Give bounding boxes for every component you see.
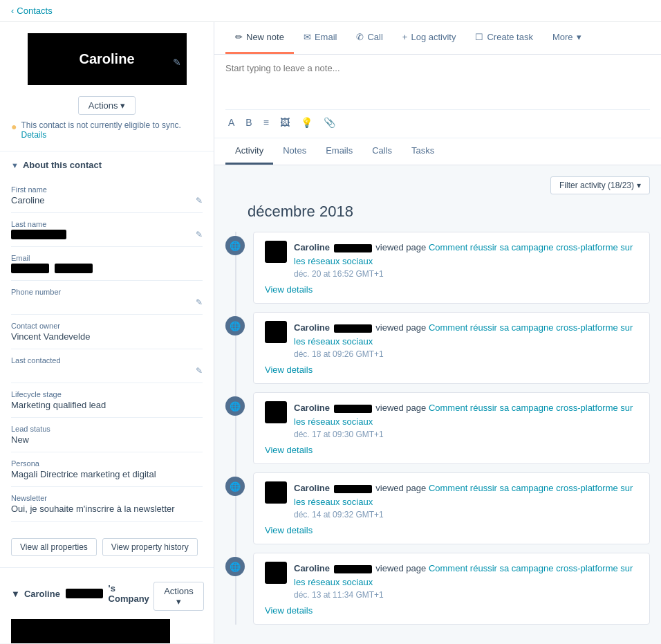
timeline-globe-icon-2: 🌐: [225, 316, 245, 335]
view-details-link-2[interactable]: View details: [265, 365, 313, 375]
tab-new-note[interactable]: ✏ New note: [225, 22, 294, 54]
phone-label: Phone number: [11, 288, 203, 296]
right-panel: ✏ New note ✉ Email ✆ Call + Log activity…: [214, 22, 661, 643]
content-tab-notes[interactable]: Notes: [273, 138, 316, 165]
sync-details-link[interactable]: Details: [21, 130, 180, 140]
note-toolbar: A B ≡ 🖼 💡 📎: [225, 109, 650, 129]
contact-avatar-block: Caroline: [28, 33, 187, 85]
company-title-suffix: 's Company: [109, 583, 154, 604]
content-tab-calls[interactable]: Calls: [362, 138, 402, 165]
about-section-body: First name Caroline ✎ Last name ✎ Email: [0, 178, 214, 567]
company-logo: [11, 619, 170, 643]
month-label: décembre 2018: [225, 203, 650, 221]
breadcrumb-label[interactable]: Contacts: [17, 6, 52, 16]
timeline: 🌐 Caroline viewed page Comment réussir s…: [225, 232, 650, 625]
first-name-edit-icon[interactable]: ✎: [196, 196, 203, 205]
activity-name-redacted-4: [334, 485, 372, 493]
action-tabs: ✏ New note ✉ Email ✆ Call + Log activity…: [214, 22, 661, 55]
call-label: Call: [367, 32, 382, 42]
activity-name-redacted-3: [334, 405, 372, 413]
timeline-item-2: 🌐 Caroline viewed page Comment réussir s…: [253, 312, 650, 384]
property-buttons: View all properties View property histor…: [11, 530, 203, 556]
view-property-history-button[interactable]: View property history: [102, 538, 198, 556]
activity-card-4: Caroline viewed page Comment réussir sa …: [253, 472, 650, 544]
field-phone: Phone number ✎: [11, 281, 203, 315]
content-tab-activity[interactable]: Activity: [225, 138, 273, 165]
lifecycle-label: Lifecycle stage: [11, 390, 203, 398]
lead-status-value: New: [11, 434, 203, 445]
activity-name-redacted-1: [334, 244, 372, 252]
timeline-item-5: 🌐 Caroline viewed page Comment réussir s…: [253, 553, 650, 625]
field-last-contacted: Last contacted ✎: [11, 349, 203, 383]
filter-activity-button[interactable]: Filter activity (18/23) ▾: [550, 176, 650, 194]
content-tab-emails[interactable]: Emails: [316, 138, 362, 165]
lead-status-label: Lead status: [11, 425, 203, 433]
activity-avatar-1: [265, 241, 287, 263]
note-textarea[interactable]: [225, 63, 650, 104]
breadcrumb-arrow-icon: ‹: [11, 6, 14, 16]
view-details-link-4[interactable]: View details: [265, 525, 313, 535]
phone-edit-icon[interactable]: ✎: [196, 297, 203, 307]
owner-value: Vincent Vandevelde: [11, 331, 203, 342]
field-newsletter: Newsletter Oui, je souhaite m'inscrire à…: [11, 487, 203, 522]
image-insert-button[interactable]: 🖼: [277, 116, 292, 129]
tab-more[interactable]: More ▾: [543, 22, 591, 54]
more-label: More: [552, 32, 573, 42]
activity-card-5: Caroline viewed page Comment réussir sa …: [253, 553, 650, 625]
log-activity-plus-icon: +: [402, 32, 408, 42]
activity-time-4: déc. 14 at 09:32 GMT+1: [294, 510, 638, 519]
company-actions-button[interactable]: Actions: [153, 582, 204, 611]
contact-name: Caroline: [79, 51, 134, 67]
mention-button[interactable]: 💡: [298, 116, 315, 129]
activity-area: Filter activity (18/23) ▾ décembre 2018 …: [214, 165, 661, 643]
text-list-button[interactable]: ≡: [261, 116, 272, 129]
field-lifecycle: Lifecycle stage Marketing qualified lead: [11, 383, 203, 418]
view-details-link-1[interactable]: View details: [265, 284, 313, 295]
timeline-globe-icon-1: 🌐: [225, 236, 245, 255]
about-section: ▼ About this contact First name Caroline…: [0, 151, 214, 568]
email-label: Email: [315, 32, 337, 42]
field-lead-status: Lead status New: [11, 418, 203, 452]
last-contacted-edit-icon[interactable]: ✎: [196, 366, 203, 376]
text-format-bold-button[interactable]: A: [225, 116, 237, 129]
timeline-globe-icon-3: 🌐: [225, 396, 245, 416]
company-section-header[interactable]: ▼ Caroline 's Company Actions: [0, 568, 214, 619]
company-name-redacted: [66, 589, 103, 598]
activity-name-redacted-5: [334, 565, 372, 573]
view-all-properties-button[interactable]: View all properties: [11, 538, 97, 556]
owner-label: Contact owner: [11, 322, 203, 330]
tab-log-activity[interactable]: + Log activity: [393, 22, 466, 54]
filter-activity-label: Filter activity (18/23): [559, 181, 634, 190]
note-editor: A B ≡ 🖼 💡 📎: [214, 55, 661, 138]
last-name-edit-icon[interactable]: ✎: [196, 230, 203, 239]
content-tabs: Activity Notes Emails Calls Tasks: [214, 138, 661, 165]
first-name-label: First name: [11, 185, 203, 194]
company-section: ▼ Caroline 's Company Actions Name: [0, 568, 214, 643]
activity-time-2: déc. 18 at 09:26 GMT+1: [294, 349, 638, 359]
newsletter-value: Oui, je souhaite m'inscrire à la newslet…: [11, 504, 203, 514]
about-section-header[interactable]: ▼ About this contact: [0, 151, 214, 178]
timeline-globe-icon-4: 🌐: [225, 477, 245, 496]
attachment-button[interactable]: 📎: [321, 116, 338, 129]
actions-button[interactable]: Actions: [78, 96, 136, 115]
activity-card-1: Caroline viewed page Comment réussir sa …: [253, 232, 650, 304]
tab-create-task[interactable]: ☐ Create task: [465, 22, 542, 54]
field-email: Email: [11, 247, 203, 281]
view-details-link-5[interactable]: View details: [265, 605, 313, 616]
content-tab-tasks[interactable]: Tasks: [402, 138, 444, 165]
create-task-icon: ☐: [475, 32, 483, 42]
tab-email[interactable]: ✉ Email: [294, 22, 347, 54]
sync-warning: ● This contact is not currently eligible…: [11, 115, 203, 140]
last-name-label: Last name: [11, 220, 203, 228]
view-details-link-3[interactable]: View details: [265, 445, 313, 455]
create-task-label: Create task: [487, 32, 532, 42]
timeline-globe-icon-5: 🌐: [225, 557, 245, 576]
text-format-italic-button[interactable]: B: [243, 116, 254, 129]
breadcrumb[interactable]: ‹ Contacts: [0, 0, 661, 22]
timeline-item: 🌐 Caroline viewed page Comment réussir s…: [253, 232, 650, 304]
log-activity-label: Log activity: [411, 32, 456, 42]
persona-value: Magali Directrice marketing et digital: [11, 469, 203, 479]
edit-contact-icon[interactable]: ✎: [173, 57, 181, 68]
tab-call[interactable]: ✆ Call: [346, 22, 392, 54]
company-chevron-icon: ▼: [11, 589, 20, 599]
